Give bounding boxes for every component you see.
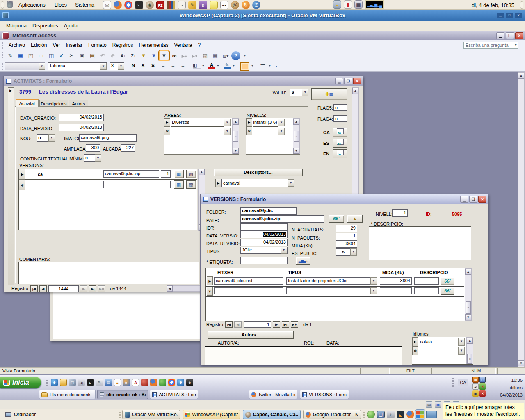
descriptor-combo[interactable]: carnaval — [221, 179, 288, 187]
versions-form-window[interactable]: VERSIONS : Formulario ▁ ❐ ✕ FOLDER: carn… — [200, 194, 488, 365]
descriptors-button[interactable]: Descriptors... — [214, 169, 303, 176]
path-input[interactable]: carnaval9.jclic.zip — [240, 215, 324, 223]
eyes-icon[interactable] — [220, 1, 228, 9]
media2-icon[interactable] — [387, 411, 395, 418]
flag5-value[interactable]: n — [333, 104, 347, 111]
shell-icon[interactable] — [231, 1, 239, 9]
lock-screen-icon[interactable] — [333, 0, 341, 9]
media-icon[interactable] — [87, 379, 94, 386]
toolbar-options-icon[interactable]: ▾ — [244, 54, 246, 57]
delete-record-icon[interactable] — [190, 51, 199, 60]
security-icon[interactable] — [479, 390, 486, 397]
file-new-row-selector[interactable]: ∗ — [207, 287, 213, 296]
arees-scroll-down-icon[interactable]: ▼ — [233, 148, 239, 154]
arees-scrollbar[interactable]: ▲ ≡ ▼ — [232, 118, 239, 154]
vbox-minimize-button[interactable]: ▁ — [497, 13, 504, 18]
versions-nav-last-button[interactable]: ▶| — [282, 321, 289, 328]
filter-form-icon[interactable] — [149, 51, 158, 60]
arees-row1-dropdown-icon[interactable]: ▼ — [224, 119, 231, 126]
show-desktop-button[interactable]: Ordinador — [3, 410, 43, 419]
file-new-preview-button[interactable]: 66’ — [441, 287, 454, 295]
fill-color-button[interactable]: ◧ — [193, 63, 201, 69]
blue-app-icon[interactable] — [252, 1, 260, 9]
idiomes-scroll-up-icon[interactable]: ▲ — [467, 338, 473, 344]
tab-activitat[interactable]: Activitat — [16, 99, 39, 107]
paste-icon[interactable] — [88, 51, 97, 60]
task-button-documents[interactable]: Els meus documents — [39, 390, 96, 399]
access-menu-herramientas[interactable]: Herramientas — [136, 41, 171, 49]
library-icon[interactable] — [167, 1, 175, 9]
pidgin-icon[interactable] — [199, 1, 207, 9]
notes-icon[interactable] — [105, 379, 112, 386]
file-new-tipus-dropdown-icon[interactable]: ▼ — [370, 287, 377, 294]
network-icon[interactable] — [479, 377, 486, 383]
spelling-icon[interactable] — [57, 51, 66, 60]
data-creacio-input[interactable]: 04/02/2013 — [59, 114, 104, 121]
bottom-tray-handle[interactable] — [363, 411, 365, 419]
ask-question-dropdown-icon[interactable]: ▼ — [514, 43, 517, 46]
nivells-scroll-down-icon[interactable]: ▼ — [293, 148, 299, 154]
mdi-scroll-up-icon[interactable]: ▲ — [518, 73, 524, 79]
nivells-scrollbar[interactable]: ▲ ≡ ▼ — [293, 118, 300, 154]
toolbar-handle[interactable] — [2, 52, 3, 59]
version-new-file-input[interactable] — [103, 181, 159, 188]
files-table-scrollbar[interactable]: ▲ ≡ ▼ — [465, 268, 472, 321]
chrome-icon[interactable] — [124, 1, 132, 9]
nivells-row1-combo[interactable]: Infantil (3-6) — [253, 119, 278, 127]
access-menu-insertar[interactable]: Insertar — [63, 41, 85, 49]
access-restore-button[interactable]: ❐ — [506, 32, 514, 39]
task-button-activitats[interactable]: ACTIVITATS : Formul... — [150, 390, 198, 399]
panel-end-handle[interactable] — [520, 1, 523, 9]
object-select-dropdown-icon[interactable]: ▼ — [39, 63, 45, 70]
window-button-traductor[interactable]: Google Traductor - M... — [303, 410, 361, 419]
stats-button[interactable]: ▂▅▃↓ — [296, 257, 310, 265]
versions-new-row-selector[interactable]: ∗ — [19, 180, 25, 190]
n-paquets-input[interactable]: 1 — [336, 233, 357, 240]
idioma-row-selector[interactable]: ▶ — [412, 337, 418, 346]
file-row-selector[interactable]: ▶ — [207, 276, 213, 285]
arees-scroll-up-icon[interactable]: ▲ — [233, 119, 239, 125]
data-versio-input[interactable]: 04/02/2013 — [240, 231, 288, 238]
undo-icon[interactable] — [98, 51, 107, 60]
note-icon[interactable] — [210, 1, 218, 9]
valid-value[interactable]: s — [290, 89, 302, 96]
ie-icon[interactable] — [51, 379, 58, 386]
font-color-button[interactable]: A — [208, 62, 215, 69]
file-fitxer-input[interactable]: carnaval9.jclic.inst — [214, 277, 283, 285]
chrome-ql-icon[interactable] — [168, 379, 175, 386]
version-new-num-input[interactable] — [161, 181, 171, 188]
desktop-strip-icon[interactable] — [426, 411, 437, 418]
line-color-button[interactable]: ✎ — [224, 62, 231, 69]
sort-asc-icon[interactable] — [119, 51, 128, 60]
firefox-icon[interactable] — [114, 1, 122, 9]
reader-icon[interactable] — [344, 0, 352, 9]
nivells-new-dropdown-icon[interactable]: ▼ — [278, 128, 285, 135]
pencil-icon[interactable] — [188, 1, 196, 9]
preview-path-button[interactable]: 66’ — [329, 215, 344, 223]
tipus-dropdown-icon[interactable]: ▼ — [281, 247, 287, 254]
show-desktop-icon[interactable] — [69, 379, 76, 386]
toolbar-handle2[interactable] — [2, 63, 3, 70]
system-monitor-icon[interactable] — [365, 0, 384, 9]
preview-es-button[interactable] — [333, 139, 347, 148]
nivell-input[interactable]: 1 — [392, 209, 408, 217]
folder-input[interactable]: carnaval9/jclic — [240, 207, 297, 215]
files-scroll-up-icon[interactable]: ▲ — [465, 269, 471, 275]
data-revisio-input2[interactable]: 04/02/2013 — [240, 239, 288, 246]
hyperlink-icon[interactable] — [108, 51, 117, 60]
nav-last-button[interactable]: ▶| — [89, 285, 96, 292]
new-record-icon[interactable] — [180, 51, 189, 60]
bold-button[interactable]: N — [130, 63, 137, 68]
volume-tray-icon[interactable] — [472, 383, 479, 390]
files-scroll-thumb[interactable]: ≡ — [466, 301, 471, 314]
underline-button[interactable]: S — [149, 63, 157, 68]
volume-icon[interactable] — [78, 379, 85, 386]
vbox-maximize-button[interactable]: □ — [506, 13, 513, 18]
nivells-row1-dropdown-icon[interactable]: ▼ — [278, 119, 285, 126]
border-style-dropdown-icon[interactable]: ▼ — [251, 64, 254, 67]
quicklaunch-handle[interactable] — [46, 379, 48, 387]
nav-next-button[interactable]: ▶ — [80, 285, 87, 292]
inkscape-icon[interactable] — [186, 379, 193, 386]
preview-en-button[interactable] — [333, 149, 347, 158]
copy-icon[interactable] — [78, 51, 87, 60]
